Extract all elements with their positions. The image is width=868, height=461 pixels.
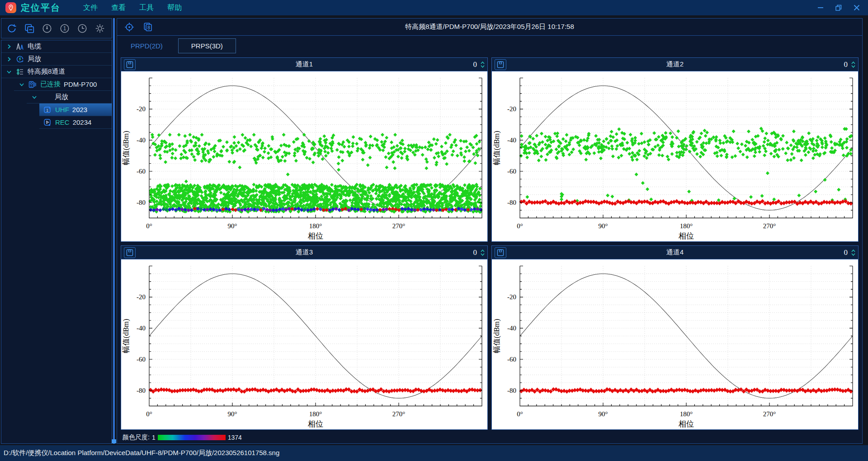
statusbar: D:/软件/便携仪/Location Platform/DeviceData/U…: [0, 445, 868, 461]
svg-text:270°: 270°: [392, 222, 405, 230]
chevron-down-icon[interactable]: [6, 69, 12, 75]
tree-item-pd[interactable]: 局放: [1, 53, 112, 65]
pulse-count-value: 0: [844, 248, 848, 257]
restore-button[interactable]: [833, 3, 844, 13]
connection-status: 已连接: [40, 80, 61, 89]
svg-text:270°: 270°: [392, 410, 405, 418]
svg-text:幅值(dBm): 幅值(dBm): [122, 131, 130, 165]
svg-text:-60: -60: [507, 355, 516, 363]
svg-text:相位: 相位: [307, 420, 323, 428]
record-type: UHF: [55, 106, 69, 113]
menu-help[interactable]: 帮助: [164, 1, 185, 14]
tab-prps-3d[interactable]: PRPS(3D): [178, 38, 236, 53]
app-title: 定位平台: [21, 2, 61, 14]
pulse-count-value: 0: [473, 60, 477, 69]
menu-file[interactable]: 文件: [80, 1, 101, 14]
channel-title: 通道3: [121, 248, 487, 257]
svg-text:-80: -80: [507, 198, 516, 206]
refresh-icon[interactable]: [5, 22, 19, 35]
spinner-down-icon[interactable]: [851, 253, 855, 256]
svg-text:-60: -60: [137, 355, 146, 363]
chevron-right-icon[interactable]: [6, 43, 12, 50]
pulse-count-spinner[interactable]: 0: [844, 248, 856, 257]
spinner-up-icon[interactable]: [851, 249, 855, 252]
device-meter-icon: [28, 80, 37, 89]
channel-title: 通道1: [121, 60, 487, 69]
pulse-count-spinner[interactable]: 0: [473, 248, 485, 257]
channels-icon: [15, 67, 24, 76]
channel-grid: 通道1 0 -20-40-60-800°90°180°270°相位幅值(dBm)…: [121, 57, 859, 430]
save-icon[interactable]: [124, 247, 136, 258]
svg-text:-20: -20: [137, 105, 146, 113]
sidebar: 1 电缆 局放 特高频8通道 已连接: [1, 18, 112, 444]
one-circle-icon[interactable]: 1: [58, 22, 71, 35]
device-tree: 电缆 局放 特高频8通道 已连接 PDM-P700 局放 1: [1, 40, 112, 444]
tree-item-rec-record[interactable]: REC 20234: [39, 116, 112, 128]
tree-label: 局放: [28, 55, 41, 63]
svg-text:180°: 180°: [309, 222, 322, 230]
tree-item-uhf-record[interactable]: 1 UHF 2023: [39, 103, 112, 116]
sidebar-toolbar: 1: [1, 18, 112, 38]
tree-item-cable[interactable]: 电缆: [1, 40, 112, 52]
svg-text:0°: 0°: [517, 222, 523, 230]
layers-8-icon[interactable]: 8: [142, 20, 155, 34]
pulse-count-spinner[interactable]: 0: [844, 60, 856, 69]
svg-text:180°: 180°: [680, 222, 693, 230]
svg-text:相位: 相位: [678, 232, 694, 240]
color-scale-min: 1: [152, 434, 156, 441]
svg-text:90°: 90°: [228, 410, 237, 418]
main-header: 8 特高频8通道/PDM-P700/局放/2023年05月26日 10:17:5…: [117, 19, 862, 36]
svg-text:-40: -40: [137, 324, 146, 332]
svg-text:-20: -20: [507, 105, 516, 113]
splitter-grip[interactable]: [112, 439, 116, 443]
splitter-handle[interactable]: [113, 18, 115, 444]
tree-item-uhf8[interactable]: 特高频8通道: [1, 66, 112, 78]
uhf-loop-icon: 1: [43, 105, 52, 114]
save-icon[interactable]: [495, 59, 506, 70]
spinner-up-icon[interactable]: [851, 61, 855, 64]
target-icon[interactable]: [123, 20, 136, 34]
pulse-count-spinner[interactable]: 0: [473, 60, 485, 69]
channel-title: 通道2: [492, 60, 858, 69]
discharge-icon: [15, 55, 24, 64]
spinner-up-icon[interactable]: [481, 249, 485, 252]
spinner-down-icon[interactable]: [851, 65, 855, 68]
spinner-down-icon[interactable]: [481, 253, 485, 256]
pulse-count-value: 0: [844, 60, 848, 69]
view-tabs: PRPD(2D) PRPS(3D): [117, 36, 862, 56]
chevron-down-icon[interactable]: [31, 94, 38, 100]
spinner-up-icon[interactable]: [481, 61, 485, 64]
menu-view[interactable]: 查看: [108, 1, 129, 14]
prpd-chart-channel-1: -20-40-60-800°90°180°270°相位幅值(dBm): [121, 71, 487, 241]
svg-text:90°: 90°: [599, 410, 608, 418]
prpd-chart-channel-4: -20-40-60-800°90°180°270°相位幅值(dBm): [492, 259, 858, 429]
svg-text:-80: -80: [137, 198, 146, 206]
record-type: REC: [55, 118, 70, 126]
menu-tools[interactable]: 工具: [136, 1, 157, 14]
color-scale-max: 1374: [228, 434, 242, 441]
svg-text:270°: 270°: [763, 222, 776, 230]
tab-prpd-2d[interactable]: PRPD(2D): [131, 42, 163, 50]
save-icon[interactable]: [495, 247, 506, 258]
channel-panel-2: 通道2 0 -20-40-60-800°90°180°270°相位幅值(dBm): [491, 57, 859, 242]
window-copy-icon[interactable]: [23, 22, 36, 35]
minimize-button[interactable]: [815, 3, 826, 13]
clock-icon[interactable]: [75, 22, 89, 35]
svg-text:90°: 90°: [599, 222, 608, 230]
spinner-down-icon[interactable]: [481, 65, 485, 68]
save-icon[interactable]: [124, 59, 136, 70]
svg-text:幅值(dBm): 幅值(dBm): [122, 319, 130, 353]
svg-text:-40: -40: [507, 136, 516, 144]
svg-text:90°: 90°: [228, 222, 237, 230]
close-button[interactable]: [851, 3, 863, 13]
tree-item-device[interactable]: 已连接 PDM-P700: [14, 78, 112, 90]
svg-text:-40: -40: [137, 136, 146, 144]
chevron-right-icon[interactable]: [6, 56, 12, 62]
gauge-icon[interactable]: [40, 22, 54, 35]
color-scale-label: 颜色尺度:: [123, 433, 150, 442]
gear-icon[interactable]: [93, 22, 107, 35]
svg-text:270°: 270°: [763, 410, 776, 418]
tree-item-pd-child[interactable]: 局放: [27, 91, 112, 103]
chevron-down-icon[interactable]: [19, 81, 25, 88]
tree-label: 电缆: [28, 42, 41, 51]
